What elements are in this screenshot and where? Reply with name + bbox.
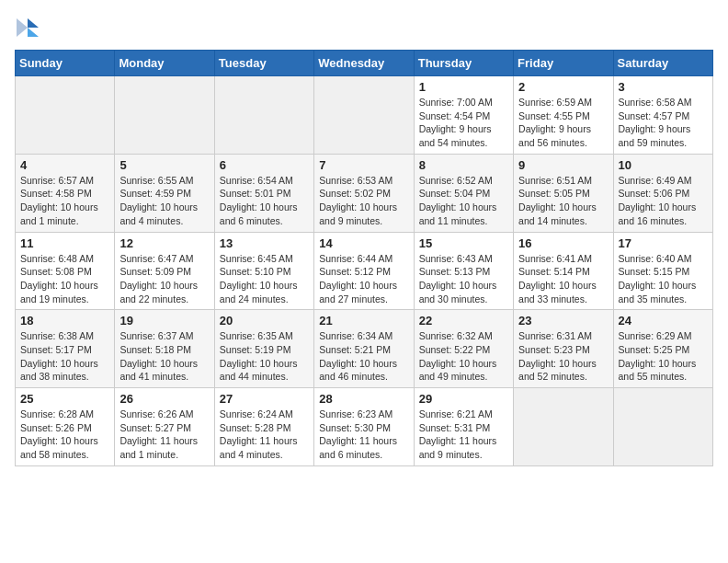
calendar-cell bbox=[613, 388, 712, 466]
day-number: 7 bbox=[319, 158, 408, 172]
calendar-cell: 14Sunrise: 6:44 AM Sunset: 5:12 PM Dayli… bbox=[314, 232, 414, 310]
calendar-cell: 25Sunrise: 6:28 AM Sunset: 5:26 PM Dayli… bbox=[16, 388, 115, 466]
day-info: Sunrise: 6:49 AM Sunset: 5:06 PM Dayligh… bbox=[619, 174, 708, 228]
calendar-cell bbox=[16, 76, 115, 155]
week-row-2: 4Sunrise: 6:57 AM Sunset: 4:58 PM Daylig… bbox=[16, 154, 713, 232]
day-info: Sunrise: 6:37 AM Sunset: 5:18 PM Dayligh… bbox=[119, 329, 209, 384]
day-info: Sunrise: 6:32 AM Sunset: 5:22 PM Dayligh… bbox=[419, 329, 508, 384]
day-number: 21 bbox=[319, 314, 408, 327]
day-info: Sunrise: 7:00 AM Sunset: 4:54 PM Dayligh… bbox=[419, 96, 508, 150]
day-info: Sunrise: 6:28 AM Sunset: 5:26 PM Dayligh… bbox=[20, 408, 109, 462]
calendar-cell: 20Sunrise: 6:35 AM Sunset: 5:19 PM Dayli… bbox=[214, 310, 313, 388]
day-info: Sunrise: 6:31 AM Sunset: 5:23 PM Dayligh… bbox=[518, 329, 608, 384]
calendar-cell: 6Sunrise: 6:54 AM Sunset: 5:01 PM Daylig… bbox=[214, 154, 313, 232]
calendar-cell: 11Sunrise: 6:48 AM Sunset: 5:08 PM Dayli… bbox=[16, 232, 115, 310]
day-number: 4 bbox=[20, 158, 109, 172]
day-number: 25 bbox=[20, 392, 109, 406]
day-info: Sunrise: 6:40 AM Sunset: 5:15 PM Dayligh… bbox=[619, 252, 708, 306]
day-number: 1 bbox=[419, 80, 508, 94]
weekday-header-tuesday: Tuesday bbox=[214, 51, 313, 76]
day-info: Sunrise: 6:45 AM Sunset: 5:10 PM Dayligh… bbox=[220, 252, 309, 306]
day-number: 20 bbox=[220, 314, 309, 327]
logo-icon bbox=[15, 15, 40, 40]
calendar-cell: 4Sunrise: 6:57 AM Sunset: 4:58 PM Daylig… bbox=[16, 154, 115, 232]
calendar-cell: 12Sunrise: 6:47 AM Sunset: 5:09 PM Dayli… bbox=[115, 232, 214, 310]
calendar-cell: 7Sunrise: 6:53 AM Sunset: 5:02 PM Daylig… bbox=[314, 154, 414, 232]
day-number: 16 bbox=[518, 236, 608, 250]
day-number: 14 bbox=[319, 236, 408, 250]
weekday-header-row: SundayMondayTuesdayWednesdayThursdayFrid… bbox=[16, 51, 713, 76]
calendar-cell: 27Sunrise: 6:24 AM Sunset: 5:28 PM Dayli… bbox=[214, 388, 313, 466]
calendar-cell: 9Sunrise: 6:51 AM Sunset: 5:05 PM Daylig… bbox=[514, 154, 613, 232]
day-info: Sunrise: 6:44 AM Sunset: 5:12 PM Dayligh… bbox=[319, 252, 408, 306]
day-number: 28 bbox=[319, 392, 408, 406]
weekday-header-friday: Friday bbox=[514, 51, 613, 76]
calendar-cell: 17Sunrise: 6:40 AM Sunset: 5:15 PM Dayli… bbox=[613, 232, 712, 310]
day-info: Sunrise: 6:21 AM Sunset: 5:31 PM Dayligh… bbox=[419, 408, 508, 462]
day-number: 26 bbox=[119, 392, 209, 406]
calendar-cell: 1Sunrise: 7:00 AM Sunset: 4:54 PM Daylig… bbox=[414, 76, 513, 155]
day-number: 13 bbox=[220, 236, 309, 250]
calendar-cell: 26Sunrise: 6:26 AM Sunset: 5:27 PM Dayli… bbox=[115, 388, 214, 466]
day-info: Sunrise: 6:34 AM Sunset: 5:21 PM Dayligh… bbox=[319, 329, 408, 384]
calendar-cell bbox=[314, 76, 414, 155]
calendar-cell: 3Sunrise: 6:58 AM Sunset: 4:57 PM Daylig… bbox=[613, 76, 712, 155]
day-number: 24 bbox=[619, 314, 708, 327]
day-number: 23 bbox=[518, 314, 608, 327]
calendar: SundayMondayTuesdayWednesdayThursdayFrid… bbox=[15, 50, 713, 466]
day-info: Sunrise: 6:23 AM Sunset: 5:30 PM Dayligh… bbox=[319, 408, 408, 462]
day-number: 5 bbox=[119, 158, 209, 172]
calendar-cell bbox=[115, 76, 214, 155]
day-number: 18 bbox=[20, 314, 109, 327]
weekday-header-wednesday: Wednesday bbox=[314, 51, 414, 76]
week-row-4: 18Sunrise: 6:38 AM Sunset: 5:17 PM Dayli… bbox=[16, 310, 713, 388]
calendar-cell: 8Sunrise: 6:52 AM Sunset: 5:04 PM Daylig… bbox=[414, 154, 513, 232]
weekday-header-monday: Monday bbox=[115, 51, 214, 76]
day-number: 2 bbox=[518, 80, 608, 94]
calendar-cell: 23Sunrise: 6:31 AM Sunset: 5:23 PM Dayli… bbox=[514, 310, 613, 388]
day-info: Sunrise: 6:54 AM Sunset: 5:01 PM Dayligh… bbox=[220, 174, 309, 228]
calendar-cell: 19Sunrise: 6:37 AM Sunset: 5:18 PM Dayli… bbox=[115, 310, 214, 388]
header bbox=[15, 15, 713, 40]
logo bbox=[15, 15, 44, 40]
weekday-header-sunday: Sunday bbox=[16, 51, 115, 76]
day-number: 6 bbox=[220, 158, 309, 172]
week-row-1: 1Sunrise: 7:00 AM Sunset: 4:54 PM Daylig… bbox=[16, 76, 713, 155]
day-number: 3 bbox=[619, 80, 708, 94]
day-info: Sunrise: 6:24 AM Sunset: 5:28 PM Dayligh… bbox=[220, 408, 309, 462]
calendar-cell: 18Sunrise: 6:38 AM Sunset: 5:17 PM Dayli… bbox=[16, 310, 115, 388]
calendar-cell bbox=[514, 388, 613, 466]
calendar-cell: 24Sunrise: 6:29 AM Sunset: 5:25 PM Dayli… bbox=[613, 310, 712, 388]
day-info: Sunrise: 6:53 AM Sunset: 5:02 PM Dayligh… bbox=[319, 174, 408, 228]
day-info: Sunrise: 6:35 AM Sunset: 5:19 PM Dayligh… bbox=[220, 329, 309, 384]
day-info: Sunrise: 6:52 AM Sunset: 5:04 PM Dayligh… bbox=[419, 174, 508, 228]
day-number: 10 bbox=[619, 158, 708, 172]
day-info: Sunrise: 6:51 AM Sunset: 5:05 PM Dayligh… bbox=[518, 174, 608, 228]
day-number: 19 bbox=[119, 314, 209, 327]
day-number: 11 bbox=[20, 236, 109, 250]
day-info: Sunrise: 6:41 AM Sunset: 5:14 PM Dayligh… bbox=[518, 252, 608, 306]
weekday-header-thursday: Thursday bbox=[414, 51, 513, 76]
day-info: Sunrise: 6:59 AM Sunset: 4:55 PM Dayligh… bbox=[518, 96, 608, 150]
calendar-cell bbox=[214, 76, 313, 155]
day-number: 29 bbox=[419, 392, 508, 406]
day-info: Sunrise: 6:47 AM Sunset: 5:09 PM Dayligh… bbox=[119, 252, 209, 306]
calendar-cell: 29Sunrise: 6:21 AM Sunset: 5:31 PM Dayli… bbox=[414, 388, 513, 466]
calendar-cell: 21Sunrise: 6:34 AM Sunset: 5:21 PM Dayli… bbox=[314, 310, 414, 388]
day-info: Sunrise: 6:55 AM Sunset: 4:59 PM Dayligh… bbox=[119, 174, 209, 228]
day-info: Sunrise: 6:48 AM Sunset: 5:08 PM Dayligh… bbox=[20, 252, 109, 306]
day-number: 9 bbox=[518, 158, 608, 172]
calendar-cell: 13Sunrise: 6:45 AM Sunset: 5:10 PM Dayli… bbox=[214, 232, 313, 310]
calendar-cell: 2Sunrise: 6:59 AM Sunset: 4:55 PM Daylig… bbox=[514, 76, 613, 155]
week-row-5: 25Sunrise: 6:28 AM Sunset: 5:26 PM Dayli… bbox=[16, 388, 713, 466]
day-info: Sunrise: 6:38 AM Sunset: 5:17 PM Dayligh… bbox=[20, 329, 109, 384]
svg-marker-2 bbox=[17, 18, 28, 37]
week-row-3: 11Sunrise: 6:48 AM Sunset: 5:08 PM Dayli… bbox=[16, 232, 713, 310]
day-number: 17 bbox=[619, 236, 708, 250]
day-info: Sunrise: 6:43 AM Sunset: 5:13 PM Dayligh… bbox=[419, 252, 508, 306]
calendar-cell: 5Sunrise: 6:55 AM Sunset: 4:59 PM Daylig… bbox=[115, 154, 214, 232]
weekday-header-saturday: Saturday bbox=[613, 51, 712, 76]
day-info: Sunrise: 6:26 AM Sunset: 5:27 PM Dayligh… bbox=[119, 408, 209, 462]
svg-marker-1 bbox=[28, 28, 39, 37]
calendar-cell: 15Sunrise: 6:43 AM Sunset: 5:13 PM Dayli… bbox=[414, 232, 513, 310]
